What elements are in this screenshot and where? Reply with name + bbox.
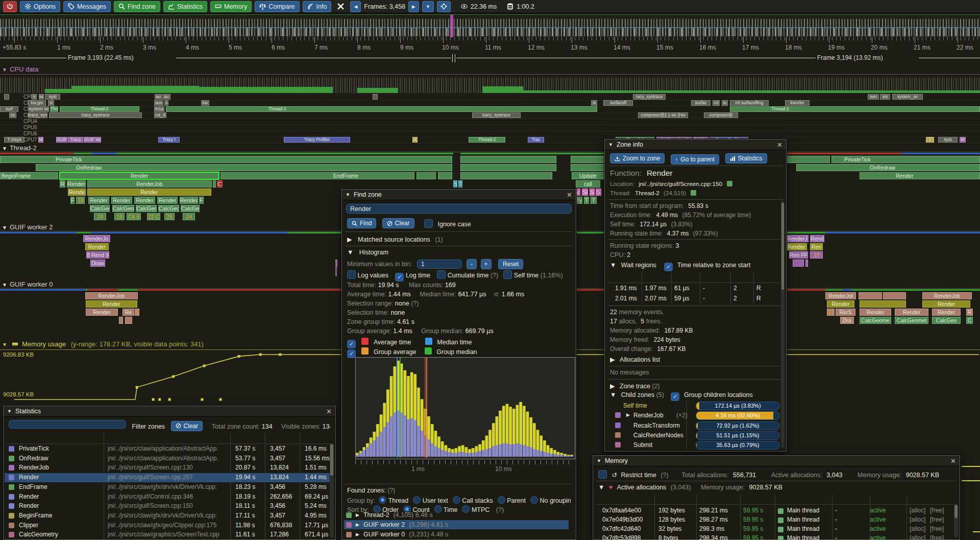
timeline-zone[interactable] bbox=[460, 156, 556, 163]
timeline-zone[interactable]: 24 bbox=[94, 213, 106, 220]
timeline-zone[interactable]: Render bbox=[932, 309, 961, 316]
timeline-zone[interactable]: Render bbox=[88, 197, 109, 204]
timeline-zone[interactable]: M bbox=[960, 137, 966, 143]
timeline-zone[interactable] bbox=[860, 300, 906, 308]
timeline-zone[interactable]: S bbox=[596, 189, 601, 196]
go-to-parent-button[interactable]: ↑Go to parent bbox=[671, 154, 719, 165]
focus-frame-button[interactable] bbox=[437, 1, 451, 12]
cpu-data-header[interactable]: ▼CPU data bbox=[2, 65, 38, 73]
zoom-to-zone-button[interactable]: Zoom to zone bbox=[610, 153, 665, 163]
timeline-zone[interactable]: composer@2.1-se (Hw bbox=[638, 112, 688, 118]
timeline-zone[interactable]: racy_systrace bbox=[633, 94, 666, 100]
timeline-zone[interactable]: s bbox=[164, 100, 168, 106]
child-zone-row[interactable]: ▶ Submit 35.63 µs (0.79%) bbox=[610, 441, 780, 450]
matched-locations-label[interactable]: Matched source locations bbox=[358, 236, 430, 243]
timeline-zone[interactable] bbox=[460, 172, 552, 179]
clear-button[interactable]: Clear bbox=[382, 218, 414, 228]
table-row[interactable]: EndFrame jni/../jni/src/claw/gfx/drv/vk/… bbox=[5, 483, 330, 492]
timeline-zone[interactable]: T bbox=[584, 197, 589, 204]
timeline-zone[interactable]: Re bbox=[122, 309, 134, 316]
expand-triangle-icon[interactable]: ▶ bbox=[356, 522, 359, 527]
close-icon[interactable]: ✕ bbox=[777, 141, 782, 149]
group-by-radio[interactable] bbox=[379, 496, 386, 504]
allocation-row[interactable]: 0x7dfc53d898 8 bytes 298.34 ms 59.95 s M… bbox=[597, 534, 948, 540]
timeline-zone[interactable]: Dra bbox=[840, 317, 854, 324]
child-zone-row[interactable]: ▶ RecalcTransform 72.92 µs (1.62%) bbox=[610, 421, 780, 430]
timeline-zone[interactable]: CalcGe bbox=[181, 205, 200, 212]
timeline-zone[interactable]: se bbox=[39, 94, 44, 100]
timeline-zone[interactable]: Render bbox=[180, 197, 198, 204]
option-checkbox[interactable] bbox=[503, 270, 512, 279]
table-row[interactable]: Clipper jni/../jni/src/claw/gfx/geo/Clip… bbox=[5, 521, 330, 530]
timeline-zone[interactable] bbox=[571, 164, 604, 171]
findzone-histogram-frame[interactable] bbox=[355, 357, 575, 459]
collapse-triangle-icon[interactable]: ▼ bbox=[347, 249, 353, 256]
timeline-zone[interactable]: C bbox=[966, 317, 973, 324]
timeline-zone[interactable]: RerS bbox=[836, 309, 855, 316]
timeline-zone[interactable]: Tracy Profiler bbox=[284, 137, 350, 143]
collapse-triangle-icon[interactable]: ▼ bbox=[346, 192, 350, 197]
timeline-zone[interactable]: Render bbox=[860, 309, 891, 316]
scrollbar-thumb[interactable] bbox=[330, 444, 333, 476]
timeline-zone[interactable]: Render bbox=[157, 197, 178, 204]
timeline-zone[interactable]: CalcGeome bbox=[112, 205, 134, 212]
timeline-zone[interactable] bbox=[119, 317, 123, 324]
timeline-zone[interactable]: Render bbox=[827, 300, 854, 308]
timeline-zone[interactable]: RenderJ bbox=[786, 235, 808, 242]
alloc-address[interactable]: 0x7dfc53d898 bbox=[602, 534, 641, 540]
timeline-zone[interactable]: ml surfacefling bbox=[730, 100, 769, 106]
timeline-zone[interactable]: PrivateTick bbox=[831, 156, 980, 163]
timeline-zone[interactable]: A bbox=[412, 137, 418, 143]
alloc-callstack-button[interactable]: [alloc] bbox=[910, 534, 925, 540]
timeline-zone[interactable]: aux bbox=[154, 100, 163, 106]
find-zone-button[interactable]: Find zone bbox=[114, 1, 160, 12]
thread-header-guif-worker-2[interactable]: ▼GUIF worker 2 bbox=[2, 223, 53, 231]
frame-overview-strip[interactable] bbox=[0, 14, 980, 37]
histogram-section-label[interactable]: Histogram bbox=[359, 249, 388, 256]
child-zone-row[interactable]: ▶ CalcRenderNodes 51.51 µs (1.15%) bbox=[610, 431, 780, 440]
decrement-button[interactable]: - bbox=[467, 259, 477, 269]
timeline-zone[interactable]: Ty bbox=[576, 197, 582, 204]
timeline-zone[interactable]: T bbox=[458, 180, 462, 187]
timeline-zone[interactable]: Draw bbox=[90, 260, 105, 267]
timeline-zone[interactable]: 26 bbox=[164, 213, 175, 220]
zone-trace-label[interactable]: Zone trace bbox=[620, 383, 650, 390]
close-icon[interactable]: ✕ bbox=[326, 408, 332, 415]
collapse-triangle-icon[interactable]: ▼ bbox=[2, 282, 7, 288]
zone-search-input[interactable]: Render bbox=[346, 204, 572, 214]
timeline-zone[interactable]: Thread-2 bbox=[166, 106, 597, 112]
active-allocations-section[interactable]: Active allocations bbox=[617, 484, 667, 491]
thread-header-thread-2[interactable]: ▼Thread-2 bbox=[2, 144, 37, 152]
timeline-zone[interactable]: rol bbox=[713, 100, 720, 106]
options-button[interactable]: Options bbox=[20, 1, 60, 12]
found-zones-help[interactable]: (?) bbox=[387, 487, 395, 494]
timeline-zone[interactable]: M bbox=[38, 137, 43, 143]
collapse-triangle-icon[interactable]: ▼ bbox=[597, 458, 601, 463]
time-ruler[interactable]: +55.83 s1 ms2 ms3 ms4 ms5 ms6 ms7 ms8 ms… bbox=[0, 37, 980, 53]
timeline-zone[interactable]: Render bbox=[111, 197, 132, 204]
timeline-zone[interactable]: Render bbox=[85, 243, 109, 250]
timeline-zone[interactable]: se bbox=[9, 112, 16, 118]
timeline-zone[interactable]: system se bbox=[29, 106, 49, 112]
expand-triangle-icon[interactable]: ▶ bbox=[610, 356, 615, 363]
thread-value[interactable]: Thread-2 bbox=[635, 190, 659, 197]
timeline-zone[interactable] bbox=[883, 292, 906, 299]
timeline-zone[interactable]: C bbox=[217, 180, 223, 187]
timeline-zone[interactable]: 16 bbox=[114, 213, 125, 220]
table-row[interactable]: CalcGeometry jni/../jni/src/claw/graphic… bbox=[5, 530, 330, 539]
timeline-zone[interactable]: kworke bbox=[785, 100, 810, 106]
timeline-zone[interactable]: S bbox=[453, 180, 457, 187]
timeline-zone[interactable] bbox=[438, 172, 452, 179]
timeline-zone[interactable]: Render bbox=[87, 189, 211, 196]
timeline-zone[interactable]: GUIF worl bbox=[84, 137, 101, 143]
memory-scrollbar[interactable] bbox=[954, 505, 958, 537]
reset-button[interactable]: Reset bbox=[498, 259, 523, 269]
timeline-zone[interactable]: Render bbox=[134, 197, 155, 204]
timeline-zone[interactable]: sen bbox=[868, 94, 879, 100]
timeline-zone[interactable]: RenderJob bbox=[87, 180, 212, 187]
timeline-zone[interactable]: Thread-2 bbox=[730, 106, 980, 112]
compare-button[interactable]: Compare bbox=[255, 1, 299, 12]
timeline-zone[interactable] bbox=[4, 94, 9, 100]
timeline-zone[interactable]: Thread-2 bbox=[60, 106, 139, 112]
group-children-checkbox[interactable] bbox=[671, 392, 679, 401]
